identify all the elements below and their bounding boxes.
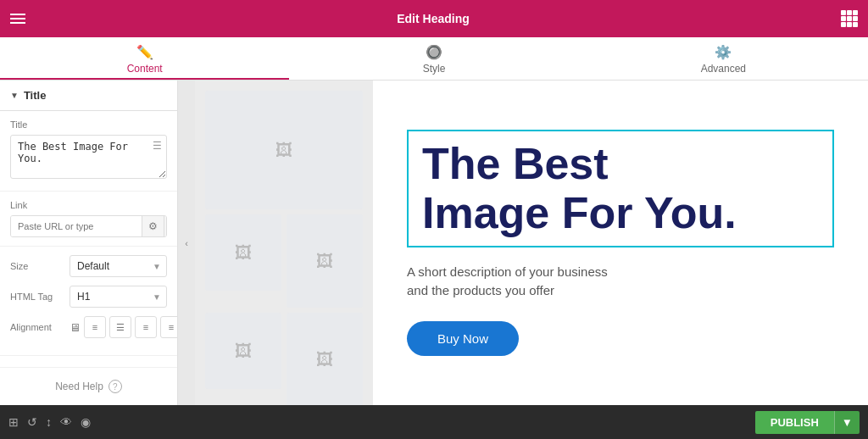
image-icon-bottom: 🖼 xyxy=(316,350,333,370)
image-placeholder-large: 🖼 xyxy=(205,91,363,209)
publish-dropdown-button[interactable]: ▼ xyxy=(834,411,860,434)
tab-advanced[interactable]: ⚙️ Advanced xyxy=(579,37,868,80)
image-placeholder-bottom: 🖼 xyxy=(287,313,363,405)
link-input[interactable] xyxy=(11,216,142,236)
image-placeholder-small-left: 🖼 xyxy=(205,214,281,291)
collapse-handle[interactable]: ‹ xyxy=(178,81,195,405)
link-delete-button[interactable]: 🗑 xyxy=(164,216,167,236)
size-label: Size xyxy=(10,261,70,271)
section-title-title: ▼ Title xyxy=(0,81,177,111)
responsive-icon[interactable]: ↕ xyxy=(46,415,52,429)
grid-icon[interactable] xyxy=(841,10,858,27)
alignment-inline-field: Alignment 🖥 ≡ ☰ ≡ ≡ xyxy=(10,316,167,338)
tab-content[interactable]: ✏️ Content xyxy=(0,37,289,80)
size-select[interactable]: Default Small Medium Large XL XXL xyxy=(70,255,167,277)
image-icon-small-right: 🖼 xyxy=(235,342,252,361)
link-settings-button[interactable]: ⚙ xyxy=(142,216,164,236)
section-collapse-icon[interactable]: ▼ xyxy=(10,91,19,100)
style-icon: 🔘 xyxy=(426,44,442,60)
layers-icon[interactable]: ⊞ xyxy=(8,415,19,429)
tab-advanced-label: Advanced xyxy=(701,63,746,75)
monitor-icon: 🖥 xyxy=(70,321,81,334)
image-placeholder-small-right: 🖼 xyxy=(205,313,281,389)
advanced-icon: ⚙️ xyxy=(715,44,732,60)
hero-heading-text: The BestImage For You. xyxy=(422,139,737,236)
title-field-group: Title ☰ xyxy=(0,111,177,192)
align-left-button[interactable]: ≡ xyxy=(84,316,106,338)
title-field-label: Title xyxy=(10,119,167,130)
sidebar: ▼ Title Title ☰ Link ⚙ 🗑 xyxy=(0,81,178,405)
content-icon: ✏️ xyxy=(136,44,153,60)
alignment-group: ≡ ☰ ≡ ≡ xyxy=(84,316,177,338)
publish-group: PUBLISH ▼ xyxy=(755,411,860,434)
size-field-group: Size Default Small Medium Large XL XXL ▼ xyxy=(0,247,177,356)
hero-section: The BestImage For You. A short descripti… xyxy=(373,81,868,405)
html-tag-select[interactable]: H1 H2 H3 H4 H5 H6 div span p xyxy=(70,286,167,308)
link-actions: ⚙ 🗑 xyxy=(142,216,167,236)
publish-button[interactable]: PUBLISH xyxy=(755,411,834,434)
image-icon-medium: 🖼 xyxy=(316,252,333,271)
history-icon[interactable]: ↺ xyxy=(27,415,37,429)
bottom-bar: ⊞ ↺ ↕ 👁 ◉ PUBLISH ▼ xyxy=(0,405,868,439)
tab-content-label: Content xyxy=(127,63,163,75)
title-textarea-wrapper: ☰ xyxy=(10,135,167,182)
preview-icon[interactable]: 👁 xyxy=(60,415,72,429)
toggle-icon[interactable]: ◉ xyxy=(81,415,91,429)
link-field-label: Link xyxy=(10,200,167,210)
size-select-wrapper: Default Small Medium Large XL XXL ▼ xyxy=(70,255,167,277)
tab-style-label: Style xyxy=(423,63,446,75)
hero-heading: The BestImage For You. xyxy=(407,130,834,247)
tab-style[interactable]: 🔘 Style xyxy=(289,37,578,80)
hero-description: A short description of your businessand … xyxy=(407,263,834,301)
align-center-button[interactable]: ☰ xyxy=(109,316,131,338)
image-icon-large: 🖼 xyxy=(275,141,292,160)
link-field-group: Link ⚙ 🗑 xyxy=(0,192,177,247)
image-grid: 🖼 🖼 🖼 🖼 🖼 xyxy=(195,81,373,405)
html-tag-select-wrapper: H1 H2 H3 H4 H5 H6 div span p ▼ xyxy=(70,286,167,308)
canvas: 🖼 🖼 🖼 🖼 🖼 The BestImage For You. A short… xyxy=(195,81,868,405)
page-title: Edit Heading xyxy=(397,12,470,25)
help-circle-icon: ? xyxy=(108,380,122,393)
html-tag-inline-field: HTML Tag H1 H2 H3 H4 H5 H6 div span p xyxy=(10,286,167,308)
size-inline-field: Size Default Small Medium Large XL XXL ▼ xyxy=(10,255,167,277)
image-placeholder-medium: 🖼 xyxy=(287,214,363,308)
tabs-bar: ✏️ Content 🔘 Style ⚙️ Advanced xyxy=(0,37,868,81)
align-justify-button[interactable]: ≡ xyxy=(160,316,177,338)
alignment-label: Alignment xyxy=(10,322,70,332)
need-help-section[interactable]: Need Help ? xyxy=(0,367,177,405)
main-layout: ▼ Title Title ☰ Link ⚙ 🗑 xyxy=(0,81,868,405)
hamburger-icon[interactable] xyxy=(10,14,25,24)
dynamic-tags-icon[interactable]: ☰ xyxy=(153,140,162,152)
top-bar: Edit Heading xyxy=(0,0,868,37)
buy-now-button[interactable]: Buy Now xyxy=(407,321,519,356)
html-tag-label: HTML Tag xyxy=(10,292,70,302)
image-icon-small-left: 🖼 xyxy=(235,243,252,263)
need-help-label: Need Help xyxy=(55,381,103,392)
link-input-wrapper: ⚙ 🗑 xyxy=(10,215,167,237)
title-textarea[interactable] xyxy=(10,135,167,179)
section-title-label: Title xyxy=(24,89,47,102)
align-right-button[interactable]: ≡ xyxy=(135,316,157,338)
